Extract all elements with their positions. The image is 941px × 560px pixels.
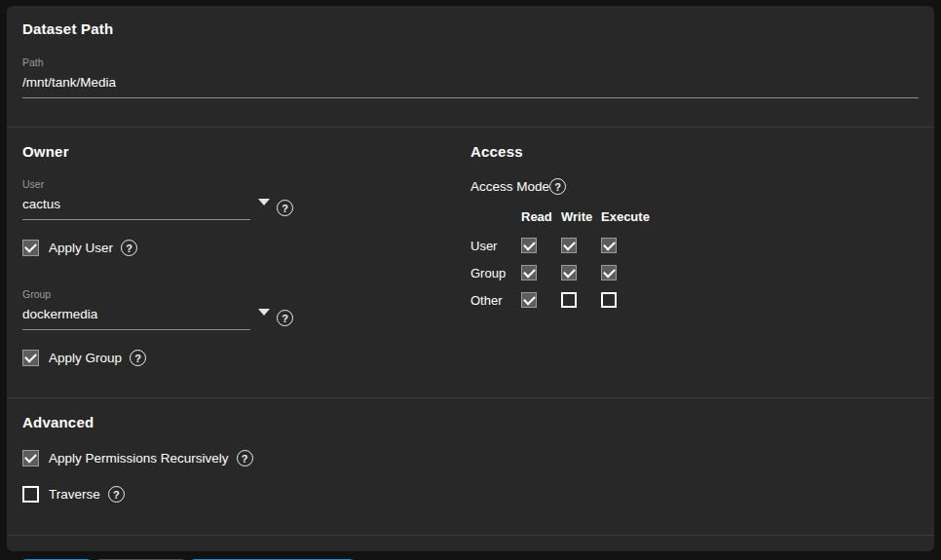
checkbox-user-execute[interactable] <box>601 238 617 253</box>
traverse-row: Traverse ? <box>22 486 919 503</box>
group-help-icon[interactable]: ? <box>277 310 293 326</box>
apply-group-row: Apply Group ? <box>22 350 470 366</box>
access-row-label-user: User <box>470 239 521 253</box>
matrix-cell <box>601 238 659 253</box>
user-label: User <box>22 178 470 190</box>
group-field <box>22 304 250 330</box>
user-help-icon[interactable]: ? <box>277 200 293 216</box>
checkbox-group-read[interactable] <box>521 265 537 280</box>
path-input[interactable] <box>22 75 919 90</box>
owner-title: Owner <box>22 143 470 160</box>
matrix-col-execute: Execute <box>601 209 659 226</box>
checkbox-user-read[interactable] <box>521 238 537 253</box>
access-mode-help-icon[interactable]: ? <box>549 178 566 195</box>
matrix-cell <box>561 265 601 280</box>
advanced-title: Advanced <box>22 414 919 430</box>
traverse-label: Traverse <box>49 487 100 502</box>
path-label: Path <box>22 56 919 68</box>
dataset-path-title: Dataset Path <box>22 20 919 37</box>
user-field <box>22 194 250 220</box>
traverse-help-icon[interactable]: ? <box>108 486 125 503</box>
path-field <box>22 72 919 98</box>
group-label: Group <box>22 288 470 300</box>
checkbox-group-execute[interactable] <box>601 265 617 280</box>
checkbox-other-read[interactable] <box>521 292 537 308</box>
user-dropdown-caret-icon[interactable] <box>258 199 270 205</box>
matrix-col-read: Read <box>521 209 561 226</box>
action-buttons: SAVE CANCEL USE ACL MANAGER <box>22 536 919 560</box>
section-dataset-path: Dataset Path Path <box>22 6 919 127</box>
matrix-cell <box>521 238 561 253</box>
recursive-label: Apply Permissions Recursively <box>49 451 229 466</box>
apply-user-help-icon[interactable]: ? <box>121 240 137 256</box>
matrix-cell <box>521 292 561 308</box>
recursive-row: Apply Permissions Recursively ? <box>22 450 919 467</box>
matrix-cell <box>521 265 561 280</box>
matrix-cell <box>601 292 659 308</box>
access-column: Access Access Mode ? Read Write Execute … <box>470 143 919 366</box>
matrix-cell <box>561 292 601 308</box>
checkbox-group-write[interactable] <box>561 265 577 280</box>
permissions-form-card: Dataset Path Path Owner User ? Apply Use… <box>7 6 934 551</box>
matrix-cell <box>601 265 659 280</box>
matrix-cell <box>561 238 601 253</box>
access-row-label-other: Other <box>470 293 521 308</box>
user-input[interactable] <box>22 197 250 211</box>
apply-group-help-icon[interactable]: ? <box>130 350 146 366</box>
apply-user-checkbox[interactable] <box>22 240 39 256</box>
group-dropdown-caret-icon[interactable] <box>258 309 270 316</box>
apply-user-row: Apply User ? <box>22 240 470 256</box>
apply-group-label: Apply Group <box>49 351 122 365</box>
recursive-checkbox[interactable] <box>22 450 39 467</box>
apply-group-checkbox[interactable] <box>22 350 39 366</box>
section-advanced: Advanced Apply Permissions Recursively ?… <box>22 398 919 535</box>
matrix-col-write: Write <box>561 209 601 226</box>
section-owner-access: Owner User ? Apply User ? Group <box>22 128 919 397</box>
checkbox-other-write[interactable] <box>561 292 577 308</box>
checkbox-user-write[interactable] <box>561 238 577 253</box>
access-matrix: Read Write Execute UserGroupOther <box>470 209 919 308</box>
access-title: Access <box>470 143 919 160</box>
checkbox-other-execute[interactable] <box>601 292 617 308</box>
access-mode-label: Access Mode <box>470 179 549 194</box>
apply-user-label: Apply User <box>49 241 113 255</box>
group-input[interactable] <box>22 307 250 321</box>
access-row-label-group: Group <box>470 266 521 280</box>
traverse-checkbox[interactable] <box>22 486 39 503</box>
matrix-corner <box>470 217 521 219</box>
recursive-help-icon[interactable]: ? <box>237 450 253 467</box>
owner-column: Owner User ? Apply User ? Group <box>22 143 470 366</box>
